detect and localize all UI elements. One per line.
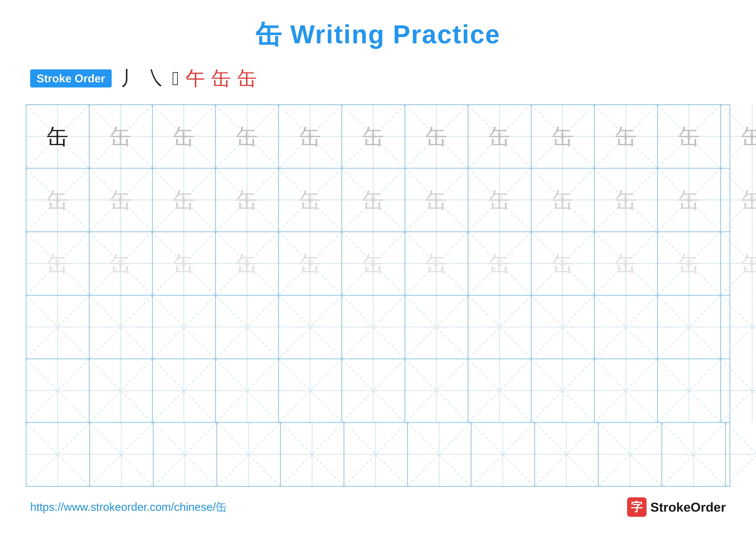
website-url[interactable]: https://www.strokeorder.com/chinese/缶	[30, 499, 227, 515]
cell-char: 缶	[552, 126, 574, 147]
grid-cell-3-6[interactable]	[405, 295, 468, 359]
grid-cell-5-0[interactable]	[26, 423, 90, 486]
grid-cell-1-5[interactable]: 缶	[342, 168, 405, 232]
grid-cell-3-7[interactable]	[468, 295, 531, 359]
grid-cell-3-10[interactable]	[658, 295, 721, 359]
grid-cell-2-3[interactable]: 缶	[216, 232, 279, 295]
grid-cell-2-11[interactable]: 缶	[721, 232, 756, 295]
grid-cell-5-8[interactable]	[535, 423, 599, 486]
grid-cell-1-1[interactable]: 缶	[90, 168, 152, 232]
grid-cell-0-11[interactable]: 缶	[721, 105, 756, 168]
grid-cell-3-3[interactable]	[216, 295, 279, 359]
grid-cell-3-9[interactable]	[595, 295, 658, 359]
cell-char: 缶	[552, 253, 574, 274]
grid-cell-0-0[interactable]: 缶	[26, 105, 90, 168]
grid-cell-1-4[interactable]: 缶	[279, 168, 342, 232]
svg-line-79	[26, 295, 89, 359]
grid-cell-1-8[interactable]: 缶	[531, 168, 595, 232]
grid-cell-1-3[interactable]: 缶	[216, 168, 279, 232]
svg-line-114	[342, 359, 405, 422]
grid-cell-4-10[interactable]	[658, 359, 721, 422]
grid-cell-1-11[interactable]: 缶	[721, 168, 756, 232]
svg-line-109	[152, 359, 215, 422]
grid-cell-5-1[interactable]	[90, 423, 153, 486]
grid-cell-3-1[interactable]	[90, 295, 152, 359]
grid-cell-4-6[interactable]	[405, 359, 468, 422]
grid-cell-4-9[interactable]	[595, 359, 658, 422]
grid-cell-4-5[interactable]	[342, 359, 405, 422]
grid-cell-2-5[interactable]: 缶	[342, 232, 405, 295]
grid-cell-2-6[interactable]: 缶	[405, 232, 468, 295]
grid-cell-2-4[interactable]: 缶	[279, 232, 342, 295]
grid-cell-5-10[interactable]	[662, 423, 726, 486]
grid-cell-1-6[interactable]: 缶	[405, 168, 468, 232]
grid-cell-2-9[interactable]: 缶	[595, 232, 658, 295]
svg-line-80	[90, 295, 152, 359]
grid-cell-4-0[interactable]	[26, 359, 90, 422]
grid-cell-5-11[interactable]	[726, 423, 756, 486]
grid-cell-4-11[interactable]	[721, 359, 756, 422]
cell-char: 缶	[363, 253, 384, 274]
svg-line-86	[279, 295, 341, 359]
cell-char: 缶	[741, 126, 756, 147]
grid-cell-5-9[interactable]	[599, 423, 662, 486]
svg-line-115	[342, 359, 405, 422]
stroke-4: 午	[186, 65, 205, 91]
grid-cell-1-2[interactable]: 缶	[152, 168, 216, 232]
grid-cell-5-5[interactable]	[344, 423, 408, 486]
grid-cell-0-7[interactable]: 缶	[468, 105, 531, 168]
svg-line-116	[405, 359, 468, 422]
grid-cell-3-4[interactable]	[279, 295, 342, 359]
grid-cell-1-10[interactable]: 缶	[658, 168, 721, 232]
grid-cell-3-11[interactable]	[721, 295, 756, 359]
grid-cell-5-3[interactable]	[217, 423, 281, 486]
grid-cell-3-0[interactable]	[26, 295, 90, 359]
grid-cell-2-1[interactable]: 缶	[90, 232, 152, 295]
grid-cell-0-9[interactable]: 缶	[595, 105, 658, 168]
grid-cell-0-2[interactable]: 缶	[152, 105, 216, 168]
cell-char: 缶	[741, 253, 756, 274]
grid-cell-3-8[interactable]	[531, 295, 595, 359]
grid-cell-0-5[interactable]: 缶	[342, 105, 405, 168]
grid-cell-0-8[interactable]: 缶	[531, 105, 595, 168]
svg-line-125	[658, 359, 720, 422]
cell-char: 缶	[615, 253, 636, 274]
grid-cell-0-1[interactable]: 缶	[90, 105, 152, 168]
svg-line-113	[279, 359, 341, 422]
grid-cell-4-4[interactable]	[279, 359, 342, 422]
grid-cell-3-2[interactable]	[152, 295, 216, 359]
grid-cell-3-5[interactable]	[342, 295, 405, 359]
svg-line-81	[90, 295, 152, 359]
svg-line-107	[90, 359, 152, 422]
grid-cell-2-2[interactable]: 缶	[152, 232, 216, 295]
svg-line-110	[216, 359, 279, 422]
grid-cell-2-7[interactable]: 缶	[468, 232, 531, 295]
cell-char: 缶	[426, 253, 447, 274]
grid-cell-2-8[interactable]: 缶	[531, 232, 595, 295]
grid-cell-4-1[interactable]	[90, 359, 152, 422]
grid-row-4	[26, 359, 730, 423]
grid-cell-5-7[interactable]	[471, 423, 535, 486]
grid-cell-5-6[interactable]	[408, 423, 471, 486]
grid-cell-0-10[interactable]: 缶	[658, 105, 721, 168]
grid-cell-4-7[interactable]	[468, 359, 531, 422]
page-content: 缶 Writing Practice Stroke Order 丿 ㇏ 𠃌 午 …	[0, 0, 756, 534]
grid-cell-5-4[interactable]	[281, 423, 344, 486]
grid-cell-1-0[interactable]: 缶	[26, 168, 90, 232]
cell-char: 缶	[110, 189, 131, 211]
grid-cell-4-8[interactable]	[531, 359, 595, 422]
grid-cell-0-3[interactable]: 缶	[216, 105, 279, 168]
grid-cell-0-6[interactable]: 缶	[405, 105, 468, 168]
grid-cell-1-9[interactable]: 缶	[595, 168, 658, 232]
brand-icon: 字	[627, 497, 647, 517]
grid-cell-2-0[interactable]: 缶	[26, 232, 90, 295]
grid-cell-4-2[interactable]	[152, 359, 216, 422]
grid-cell-5-2[interactable]	[153, 423, 217, 486]
grid-cell-4-3[interactable]	[216, 359, 279, 422]
grid-row-2: 缶缶缶缶缶缶缶缶缶缶缶缶缶	[26, 232, 730, 295]
svg-line-124	[658, 359, 720, 422]
grid-cell-0-4[interactable]: 缶	[279, 105, 342, 168]
bottom-bar: https://www.strokeorder.com/chinese/缶 字 …	[26, 497, 730, 517]
grid-cell-2-10[interactable]: 缶	[658, 232, 721, 295]
grid-cell-1-7[interactable]: 缶	[468, 168, 531, 232]
